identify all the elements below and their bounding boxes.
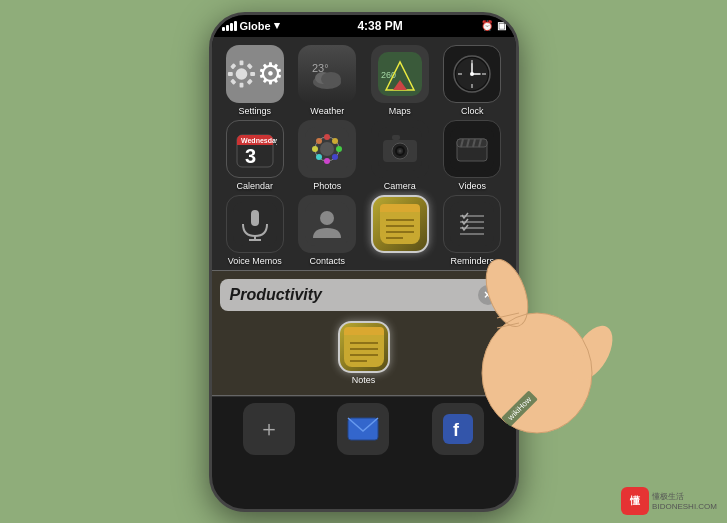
folder-app-notes[interactable]: Notes xyxy=(338,321,390,385)
app-item-photos[interactable]: Photos xyxy=(294,120,361,191)
page-wrapper: Globe ▾ 4:38 PM ⏰ ▣ xyxy=(0,0,727,523)
clock-svg xyxy=(450,52,494,96)
app-icon-photos xyxy=(298,120,356,178)
app-label-maps: Maps xyxy=(389,106,411,116)
app-label-contacts: Contacts xyxy=(309,256,345,266)
app-label-voice-memos: Voice Memos xyxy=(228,256,282,266)
svg-point-40 xyxy=(312,146,318,152)
svg-point-37 xyxy=(332,154,338,160)
carrier-label: Globe xyxy=(240,20,271,32)
status-time: 4:38 PM xyxy=(357,19,402,33)
logo-top-text: 懂极生活 xyxy=(652,491,717,502)
svg-rect-76 xyxy=(344,331,384,335)
svg-rect-5 xyxy=(230,63,236,69)
app-icon-settings xyxy=(226,45,284,103)
app-label-calendar: Calendar xyxy=(236,181,273,191)
maps-svg: 260 xyxy=(378,52,422,96)
status-bar: Globe ▾ 4:38 PM ⏰ ▣ xyxy=(212,15,516,37)
svg-point-86 xyxy=(563,319,621,387)
app-label-reminders: Reminders xyxy=(450,256,494,266)
app-icon-notes xyxy=(371,195,429,253)
folder-name-text: Productivity xyxy=(230,286,322,304)
svg-rect-3 xyxy=(228,72,233,76)
app-icon-clock xyxy=(443,45,501,103)
bar4 xyxy=(234,21,237,31)
svg-rect-57 xyxy=(251,210,259,226)
home-screen: Settings 23° Weather xyxy=(212,37,516,270)
svg-point-33 xyxy=(320,142,334,156)
folder-notes-svg xyxy=(342,325,386,369)
svg-text:f: f xyxy=(453,420,460,440)
photos-svg xyxy=(305,127,349,171)
folder-notes-icon xyxy=(338,321,390,373)
app-item-voice-memos[interactable]: Voice Memos xyxy=(222,195,289,266)
reminders-svg xyxy=(450,202,494,246)
svg-point-41 xyxy=(316,138,322,144)
svg-point-35 xyxy=(332,138,338,144)
app-grid-row1: Settings 23° Weather xyxy=(222,45,506,120)
dock-area: ＋ f xyxy=(212,396,516,461)
battery-icon: ▣ xyxy=(497,20,506,31)
app-label-camera: Camera xyxy=(384,181,416,191)
bar2 xyxy=(226,25,229,31)
svg-text:3: 3 xyxy=(245,145,256,167)
mail-svg xyxy=(347,417,379,441)
folder-name-bar[interactable]: Productivity × xyxy=(220,279,508,311)
svg-rect-7 xyxy=(230,78,236,84)
app-item-notes[interactable] xyxy=(367,195,434,266)
status-left: Globe ▾ xyxy=(222,19,280,32)
svg-rect-48 xyxy=(392,135,400,140)
folder-popup: Productivity × xyxy=(212,270,516,396)
bar3 xyxy=(230,23,233,31)
app-item-contacts[interactable]: Contacts xyxy=(294,195,361,266)
folder-close-button[interactable]: × xyxy=(478,285,498,305)
svg-point-34 xyxy=(324,134,330,140)
app-label-videos: Videos xyxy=(459,181,486,191)
app-item-calendar[interactable]: Wednesday 3 Calendar xyxy=(222,120,289,191)
signal-bars xyxy=(222,21,237,31)
svg-rect-6 xyxy=(246,63,252,69)
svg-rect-64 xyxy=(380,208,420,212)
app-item-camera[interactable]: Camera xyxy=(367,120,434,191)
app-icon-voice xyxy=(226,195,284,253)
app-item-weather[interactable]: 23° Weather xyxy=(294,45,361,116)
contacts-svg xyxy=(305,202,349,246)
app-icon-weather: 23° xyxy=(298,45,356,103)
app-item-maps[interactable]: 260 Maps xyxy=(367,45,434,116)
app-label-settings: Settings xyxy=(238,106,271,116)
app-icon-reminders xyxy=(443,195,501,253)
app-icon-calendar: Wednesday 3 xyxy=(226,120,284,178)
folder-notes-label: Notes xyxy=(352,375,376,385)
dock-facebook-icon[interactable]: f xyxy=(432,403,484,455)
dock-mail-icon[interactable] xyxy=(337,403,389,455)
phone-container: Globe ▾ 4:38 PM ⏰ ▣ xyxy=(209,12,519,512)
calendar-svg: Wednesday 3 xyxy=(233,127,277,171)
plus-icon: ＋ xyxy=(258,414,280,444)
dock-phone-icon[interactable]: ＋ xyxy=(243,403,295,455)
logo-bottom-text: BIDONESHI.COM xyxy=(652,502,717,511)
svg-rect-8 xyxy=(246,78,252,84)
app-item-settings[interactable]: Settings xyxy=(222,45,289,116)
svg-rect-4 xyxy=(250,72,255,76)
svg-point-25 xyxy=(470,72,474,76)
logo-icon: 懂 xyxy=(621,487,649,515)
wifi-icon: ▾ xyxy=(274,19,280,32)
logo-badge: 懂 懂极生活 BIDONESHI.COM xyxy=(621,487,717,515)
folder-content: Notes xyxy=(220,317,508,389)
app-item-clock[interactable]: Clock xyxy=(439,45,506,116)
app-grid-row2: Wednesday 3 Calendar xyxy=(222,120,506,195)
svg-text:23°: 23° xyxy=(312,62,329,74)
settings-svg xyxy=(226,58,257,90)
app-icon-videos xyxy=(443,120,501,178)
svg-point-61 xyxy=(320,211,334,225)
app-item-reminders[interactable]: Reminders xyxy=(439,195,506,266)
svg-rect-2 xyxy=(239,82,243,87)
close-icon: × xyxy=(484,288,491,302)
svg-rect-69 xyxy=(450,202,494,246)
app-label-photos: Photos xyxy=(313,181,341,191)
bar1 xyxy=(222,27,225,31)
app-item-videos[interactable]: Videos xyxy=(439,120,506,191)
svg-point-38 xyxy=(324,158,330,164)
svg-point-39 xyxy=(316,154,322,160)
app-grid-row3: Voice Memos Contacts xyxy=(222,195,506,270)
